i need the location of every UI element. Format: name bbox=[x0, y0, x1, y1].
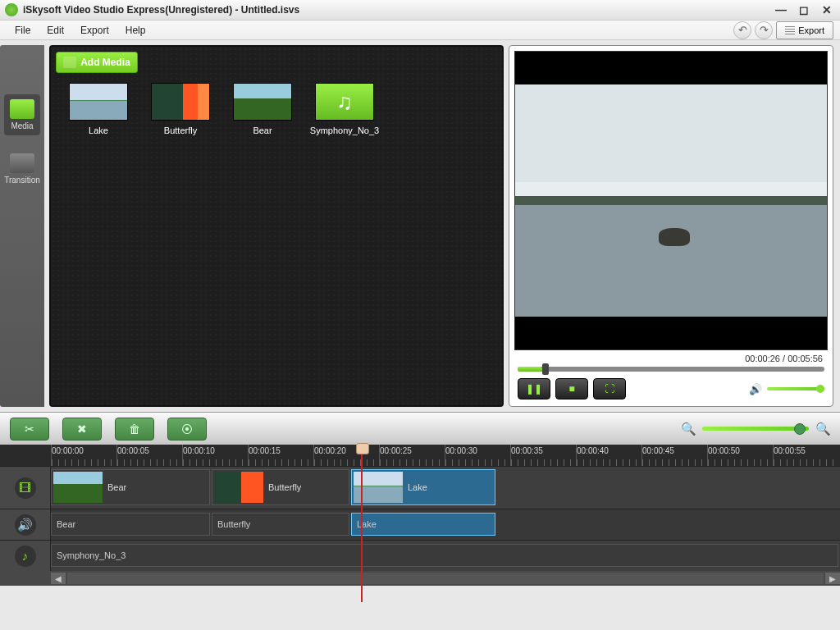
media-label: Lake bbox=[89, 126, 108, 135]
transition-icon bbox=[10, 153, 34, 173]
title-bar: iSkysoft Video Studio Express(Unregister… bbox=[0, 0, 840, 21]
media-label: Butterfly bbox=[164, 126, 197, 135]
fullscreen-button[interactable]: ⛶ bbox=[593, 378, 626, 399]
media-item-symphony[interactable]: ♫ Symphony_No_3 bbox=[315, 83, 374, 135]
thumbnail-butterfly bbox=[151, 83, 210, 121]
audio-track-1-body[interactable]: BearButterflyLake bbox=[51, 509, 840, 540]
clip-label: Bear bbox=[107, 482, 126, 492]
music-clip[interactable]: Symphony_No_3 bbox=[51, 544, 838, 567]
menu-file[interactable]: File bbox=[7, 22, 39, 39]
media-pane: Add Media Lake Butterfly Bear ♫ Symphony… bbox=[49, 45, 504, 407]
side-nav: Media Transition bbox=[0, 45, 44, 407]
ruler-tick: 00:00:40 bbox=[576, 445, 641, 466]
menu-export[interactable]: Export bbox=[72, 22, 117, 39]
add-media-label: Add Media bbox=[80, 57, 130, 68]
ruler-tick: 00:00:30 bbox=[445, 445, 510, 466]
ruler-tick: 00:00:35 bbox=[510, 445, 576, 466]
menu-bar: File Edit Export Help ↶ ↷ Export bbox=[0, 21, 840, 40]
media-item-butterfly[interactable]: Butterfly bbox=[151, 83, 210, 135]
preview-progress[interactable] bbox=[518, 367, 824, 372]
timeline: 00:00:0000:00:0500:00:1000:00:1500:00:20… bbox=[0, 445, 840, 586]
thumbnail-lake bbox=[69, 83, 128, 121]
preview-screen[interactable] bbox=[514, 51, 828, 350]
music-track: ♪ Symphony_No_3 bbox=[0, 540, 840, 571]
ruler-tick: 00:00:15 bbox=[248, 445, 313, 466]
thumbnail-bear bbox=[233, 83, 292, 121]
scroll-left-button[interactable]: ◀ bbox=[51, 573, 66, 584]
app-logo-icon bbox=[5, 3, 18, 16]
music-track-icon: ♪ bbox=[15, 546, 36, 567]
timeline-toolbar: ✂ ✖ 🗑 ⦿ 🔍 🔍 bbox=[0, 412, 840, 445]
ruler-tick: 00:00:55 bbox=[773, 445, 838, 466]
menu-edit[interactable]: Edit bbox=[39, 22, 72, 39]
nav-transition[interactable]: Transition bbox=[4, 148, 40, 189]
timeline-ruler[interactable]: 00:00:0000:00:0500:00:1000:00:1500:00:20… bbox=[0, 445, 840, 466]
video-track-icon: 🎞 bbox=[15, 477, 36, 499]
audio-clip[interactable]: Butterfly bbox=[212, 513, 349, 536]
media-label: Symphony_No_3 bbox=[310, 126, 379, 135]
ruler-tick: 00:00:45 bbox=[641, 445, 707, 466]
ruler-tick: 00:00:00 bbox=[51, 445, 116, 466]
preview-image bbox=[515, 84, 827, 317]
ruler-tick: 00:00:20 bbox=[313, 445, 379, 466]
undo-button[interactable]: ↶ bbox=[733, 21, 751, 39]
scrollbar-track[interactable] bbox=[67, 573, 824, 584]
video-clip[interactable]: Bear bbox=[51, 469, 210, 505]
ruler-tick: 00:00:25 bbox=[379, 445, 445, 466]
media-item-bear[interactable]: Bear bbox=[233, 83, 292, 135]
minimize-button[interactable]: — bbox=[773, 3, 789, 16]
thumbnail-audio: ♫ bbox=[315, 83, 374, 121]
window-title: iSkysoft Video Studio Express(Unregister… bbox=[23, 4, 773, 16]
audio-track-icon: 🔊 bbox=[15, 514, 36, 536]
add-media-icon bbox=[63, 57, 76, 68]
volume-slider[interactable] bbox=[767, 387, 824, 390]
zoom-in-button[interactable]: 🔍 bbox=[815, 422, 830, 436]
export-label: Export bbox=[798, 25, 824, 35]
scroll-right-button[interactable]: ▶ bbox=[825, 573, 840, 584]
music-track-body[interactable]: Symphony_No_3 bbox=[51, 541, 840, 571]
add-media-button[interactable]: Add Media bbox=[56, 52, 138, 73]
clip-label: Lake bbox=[408, 482, 427, 492]
cut-button[interactable]: ✂ bbox=[10, 418, 49, 441]
media-label: Bear bbox=[253, 126, 272, 135]
delete-button[interactable]: 🗑 bbox=[115, 418, 154, 441]
zoom-out-button[interactable]: 🔍 bbox=[681, 422, 696, 436]
export-button[interactable]: Export bbox=[776, 21, 833, 39]
playhead[interactable] bbox=[361, 445, 363, 602]
nav-media[interactable]: Media bbox=[4, 94, 40, 135]
timeline-scrollbar[interactable]: ◀ ▶ bbox=[0, 571, 840, 586]
preview-time: 00:00:26 / 00:05:56 bbox=[514, 350, 828, 365]
close-button[interactable]: ✕ bbox=[819, 3, 835, 16]
stop-button[interactable]: ■ bbox=[555, 378, 588, 399]
video-track: 🎞 BearButterflyLake bbox=[0, 466, 840, 509]
progress-fill bbox=[518, 367, 542, 372]
audio-track-1: 🔊 BearButterflyLake bbox=[0, 509, 840, 540]
nav-transition-label: Transition bbox=[4, 176, 40, 185]
preview-panel: 00:00:26 / 00:05:56 ❚❚ ■ ⛶ 🔊 bbox=[509, 45, 833, 407]
ruler-tick: 00:00:50 bbox=[707, 445, 773, 466]
export-icon bbox=[785, 26, 795, 34]
volume-icon[interactable]: 🔊 bbox=[749, 383, 762, 395]
audio-clip[interactable]: Lake bbox=[351, 513, 495, 536]
media-item-lake[interactable]: Lake bbox=[69, 83, 128, 135]
crop-button[interactable]: ⦿ bbox=[167, 418, 207, 441]
nav-media-label: Media bbox=[11, 121, 33, 130]
tools-button[interactable]: ✖ bbox=[62, 418, 102, 441]
pause-button[interactable]: ❚❚ bbox=[518, 378, 550, 399]
ruler-tick: 00:00:05 bbox=[116, 445, 182, 466]
redo-button[interactable]: ↷ bbox=[755, 21, 773, 39]
zoom-slider[interactable] bbox=[702, 427, 809, 431]
folder-icon bbox=[10, 99, 34, 119]
video-clip[interactable]: Lake bbox=[351, 469, 495, 505]
maximize-button[interactable]: ◻ bbox=[796, 3, 812, 16]
clip-thumb bbox=[53, 472, 103, 503]
video-track-body[interactable]: BearButterflyLake bbox=[51, 467, 840, 509]
video-clip[interactable]: Butterfly bbox=[212, 469, 349, 505]
audio-clip[interactable]: Bear bbox=[51, 513, 210, 536]
clip-thumb bbox=[214, 472, 263, 503]
progress-knob[interactable] bbox=[542, 363, 549, 375]
time-current: 00:00:26 bbox=[745, 354, 780, 363]
clip-label: Butterfly bbox=[268, 482, 301, 492]
menu-help[interactable]: Help bbox=[117, 22, 154, 39]
time-total: 00:05:56 bbox=[788, 354, 823, 363]
